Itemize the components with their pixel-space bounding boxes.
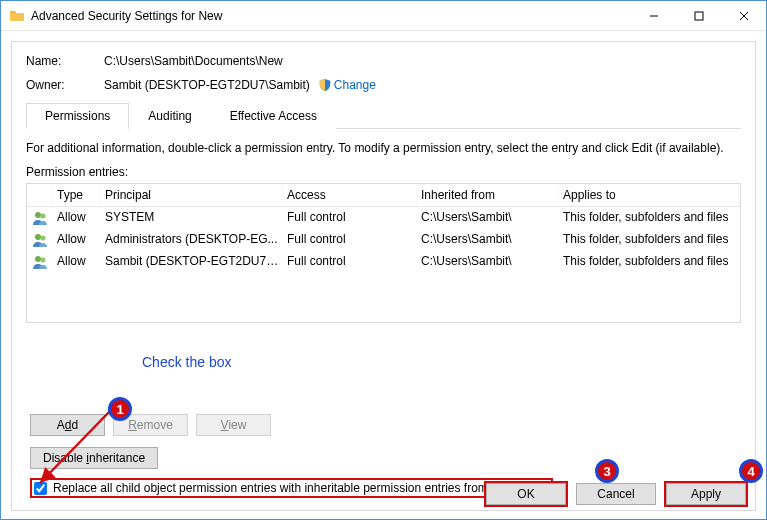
main-panel: Name: C:\Users\Sambit\Documents\New Owne… <box>11 41 756 511</box>
annotation-badge-4: 4 <box>739 459 763 483</box>
svg-point-6 <box>35 234 41 240</box>
cell-type: Allow <box>53 251 101 273</box>
minimize-button[interactable] <box>631 1 676 30</box>
col-applies: Applies to <box>559 184 739 206</box>
col-icon <box>27 184 53 206</box>
entry-buttons-row: Add Remove View <box>30 414 271 436</box>
cell-type: Allow <box>53 229 101 251</box>
col-type: Type <box>53 184 101 206</box>
name-row: Name: C:\Users\Sambit\Documents\New <box>26 54 741 68</box>
table-row[interactable]: AllowAdministrators (DESKTOP-EG...Full c… <box>27 229 740 251</box>
table-header: Type Principal Access Inherited from App… <box>27 184 740 207</box>
view-button: View <box>196 414 271 436</box>
col-principal: Principal <box>101 184 283 206</box>
table-row[interactable]: AllowSambit (DESKTOP-EGT2DU7\S...Full co… <box>27 251 740 273</box>
cancel-button[interactable]: Cancel <box>576 483 656 505</box>
owner-label: Owner: <box>26 78 104 92</box>
close-button[interactable] <box>721 1 766 30</box>
user-group-icon <box>27 229 53 251</box>
window-controls <box>631 1 766 30</box>
svg-point-5 <box>41 214 46 219</box>
tab-auditing[interactable]: Auditing <box>129 103 210 129</box>
dialog-buttons-row: OK Cancel Apply <box>486 483 746 505</box>
svg-rect-1 <box>695 12 703 20</box>
cell-type: Allow <box>53 207 101 229</box>
annotation-badge-3: 3 <box>595 459 619 483</box>
svg-point-8 <box>35 256 41 262</box>
tab-permissions[interactable]: Permissions <box>26 103 129 129</box>
cell-inherited: C:\Users\Sambit\ <box>417 251 559 273</box>
disable-inheritance-button[interactable]: Disable inheritance <box>30 447 158 469</box>
cell-applies: This folder, subfolders and files <box>559 207 739 229</box>
user-group-icon <box>27 207 53 229</box>
cell-access: Full control <box>283 229 417 251</box>
instruction-text: For additional information, double-click… <box>26 141 741 155</box>
tabs: Permissions Auditing Effective Access <box>26 102 741 129</box>
titlebar: Advanced Security Settings for New <box>1 1 766 31</box>
cell-principal: Administrators (DESKTOP-EG... <box>101 229 283 251</box>
permission-entries-table[interactable]: Type Principal Access Inherited from App… <box>26 183 741 323</box>
col-inherited: Inherited from <box>417 184 559 206</box>
cell-principal: SYSTEM <box>101 207 283 229</box>
col-access: Access <box>283 184 417 206</box>
tab-effective-access[interactable]: Effective Access <box>211 103 336 129</box>
change-owner-link[interactable]: Change <box>334 78 376 92</box>
disable-inheritance-wrap: Disable inheritance <box>30 447 158 469</box>
cell-principal: Sambit (DESKTOP-EGT2DU7\S... <box>101 251 283 273</box>
cell-inherited: C:\Users\Sambit\ <box>417 207 559 229</box>
cell-inherited: C:\Users\Sambit\ <box>417 229 559 251</box>
add-button[interactable]: Add <box>30 414 105 436</box>
replace-child-label[interactable]: Replace all child object permission entr… <box>53 481 545 495</box>
svg-point-4 <box>35 212 41 218</box>
owner-row: Owner: Sambit (DESKTOP-EGT2DU7\Sambit) C… <box>26 78 741 92</box>
table-row[interactable]: AllowSYSTEMFull controlC:\Users\Sambit\T… <box>27 207 740 229</box>
user-group-icon <box>27 251 53 273</box>
name-value: C:\Users\Sambit\Documents\New <box>104 54 283 68</box>
maximize-button[interactable] <box>676 1 721 30</box>
svg-point-7 <box>41 236 46 241</box>
entries-label: Permission entries: <box>26 165 741 179</box>
owner-value: Sambit (DESKTOP-EGT2DU7\Sambit) <box>104 78 310 92</box>
cell-applies: This folder, subfolders and files <box>559 251 739 273</box>
apply-button[interactable]: Apply <box>666 483 746 505</box>
ok-button[interactable]: OK <box>486 483 566 505</box>
replace-child-checkbox-wrap: Replace all child object permission entr… <box>30 478 553 498</box>
shield-icon <box>318 78 332 92</box>
replace-child-checkbox[interactable] <box>34 482 47 495</box>
svg-point-9 <box>41 258 46 263</box>
cell-applies: This folder, subfolders and files <box>559 229 739 251</box>
cell-access: Full control <box>283 251 417 273</box>
annotation-badge-1: 1 <box>108 397 132 421</box>
name-label: Name: <box>26 54 104 68</box>
cell-access: Full control <box>283 207 417 229</box>
folder-icon <box>9 8 25 24</box>
window-title: Advanced Security Settings for New <box>31 9 631 23</box>
annotation-check-text: Check the box <box>142 354 232 370</box>
